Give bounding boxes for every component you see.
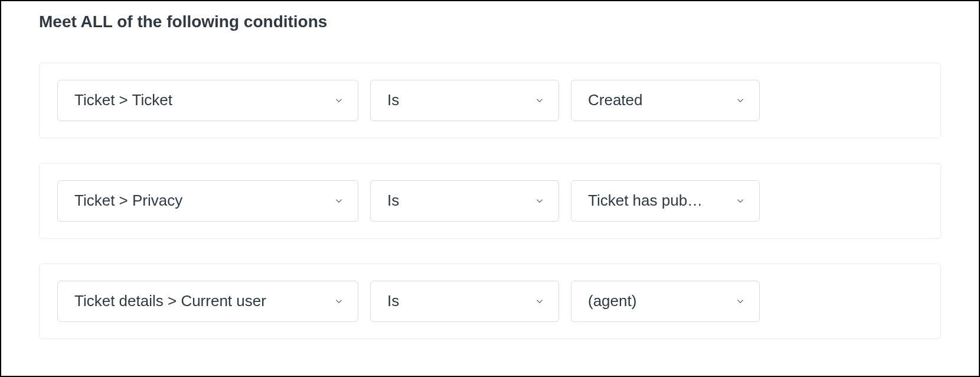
select-value-label: Is [387, 191, 406, 210]
chevron-down-icon [734, 295, 746, 307]
select-value-label: Ticket > Ticket [74, 91, 179, 109]
condition-subject-select[interactable]: Ticket > Privacy [57, 180, 358, 222]
select-value-label: (agent) [588, 292, 643, 310]
condition-operator-select[interactable]: Is [370, 180, 559, 222]
chevron-down-icon [333, 195, 345, 207]
select-value-label: Created [588, 91, 650, 109]
select-value-label: Ticket > Privacy [74, 191, 190, 210]
chevron-down-icon [534, 295, 545, 307]
condition-subject-select[interactable]: Ticket > Ticket [57, 80, 358, 121]
chevron-down-icon [333, 95, 345, 106]
chevron-down-icon [534, 95, 545, 106]
section-title: Meet ALL of the following conditions [39, 12, 941, 32]
conditions-section: Meet ALL of the following conditions Tic… [1, 1, 979, 339]
chevron-down-icon [534, 195, 545, 207]
select-value-label: Is [387, 91, 406, 109]
condition-subject-select[interactable]: Ticket details > Current user [57, 281, 358, 322]
chevron-down-icon [734, 95, 746, 106]
condition-row: Ticket details > Current user Is (agent) [39, 264, 941, 339]
select-value-label: Ticket has pub… [588, 191, 710, 210]
condition-value-select[interactable]: Ticket has pub… [571, 180, 760, 222]
condition-operator-select[interactable]: Is [370, 281, 559, 322]
chevron-down-icon [734, 195, 746, 207]
condition-row: Ticket > Privacy Is Ticket has pub… [39, 163, 941, 239]
condition-value-select[interactable]: (agent) [571, 281, 760, 322]
condition-row: Ticket > Ticket Is Created [39, 63, 941, 138]
condition-value-select[interactable]: Created [571, 80, 760, 121]
select-value-label: Ticket details > Current user [74, 292, 273, 310]
condition-operator-select[interactable]: Is [370, 80, 559, 121]
select-value-label: Is [387, 292, 406, 310]
chevron-down-icon [333, 295, 345, 307]
